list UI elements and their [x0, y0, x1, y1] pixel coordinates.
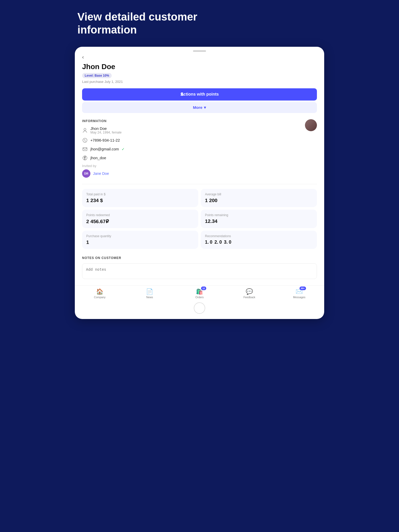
nav-news[interactable]: 📄 News: [142, 288, 157, 299]
more-label: More: [193, 105, 202, 110]
svg-rect-2: [83, 148, 87, 151]
info-customer-name: Jhon Doe: [90, 127, 122, 131]
nav-orders-label: Orders: [195, 296, 204, 299]
phone-row: +7896-934-11-22: [82, 137, 317, 143]
stat-points-remaining-value: 12.34: [205, 218, 313, 224]
stat-points-redeemed: Points redeemed 2 456.67₽: [82, 210, 198, 228]
home-indicator: [75, 300, 324, 314]
notes-section: NOTES ON CUSTOMER: [82, 256, 317, 280]
page-wrapper: View detailed customer information ‹ Jho…: [75, 10, 324, 319]
social-row: jhon_doe: [82, 155, 317, 161]
inviter-name[interactable]: Jane Doe: [93, 171, 109, 176]
avatar: [305, 119, 317, 131]
notes-input[interactable]: [82, 263, 317, 279]
stat-total-paid-label: Total paid in $: [86, 192, 194, 196]
actions-label: Actions with points: [181, 92, 219, 97]
nav-feedback[interactable]: 💬 Feedback: [242, 288, 257, 299]
stat-points-remaining-label: Points remaining: [205, 213, 313, 217]
stat-total-paid-value: 1 234 $: [86, 198, 194, 203]
news-icon: 📄: [146, 288, 153, 295]
email-icon: [82, 146, 88, 152]
info-dob: May 24, 1994, female: [90, 131, 122, 134]
notes-section-label: NOTES ON CUSTOMER: [82, 256, 317, 260]
phone-number: +7896-934-11-22: [90, 138, 120, 142]
back-button[interactable]: ‹: [82, 54, 84, 60]
page-title: View detailed customer information: [75, 10, 324, 36]
social-handle: jhon_doe: [90, 156, 106, 160]
stat-purchase-quantity-label: Purchase quantity: [86, 234, 194, 238]
stats-grid: Total paid in $ 1 234 $ Average bill 1 2…: [82, 189, 317, 249]
invited-label: Invited by: [82, 164, 317, 168]
more-button[interactable]: More ▾: [82, 102, 317, 113]
email-row: jhon@gmail.com ✓: [82, 146, 317, 152]
home-indicator-bar: [194, 302, 205, 314]
bottom-nav: 🏠 Company 📄 News 12 🛍️ Orders 💬 Feedback…: [75, 285, 324, 300]
feedback-icon: 💬: [246, 288, 253, 295]
chevron-down-icon: ▾: [204, 105, 206, 110]
inviter-row: DR Jane Doe: [82, 169, 317, 178]
stat-points-redeemed-value: 2 456.67₽: [86, 218, 194, 224]
last-purchase-date: Last purchase July 1, 2021: [82, 80, 317, 84]
email-address: jhon@gmail.com: [90, 147, 119, 151]
divider: [82, 184, 317, 184]
actions-with-points-button[interactable]: ⇅ Actions with points: [82, 88, 317, 101]
person-icon: [82, 128, 88, 133]
stat-recommendations-label: Recommendations: [205, 234, 313, 238]
stat-average-bill-label: Average bill: [205, 192, 313, 196]
phone-icon: [82, 137, 88, 143]
orders-badge: 12: [201, 287, 206, 290]
nav-messages-label: Messages: [293, 296, 305, 299]
drag-handle[interactable]: [75, 47, 324, 54]
stat-average-bill-value: 1 200: [205, 198, 313, 203]
invited-by-section: Invited by DR Jane Doe: [82, 164, 317, 178]
stat-recommendations-value: 1.0 2.0 3.0: [205, 240, 313, 245]
nav-messages[interactable]: 99+ ✉️ Messages: [291, 288, 307, 299]
stat-purchase-quantity-value: 1: [86, 240, 194, 245]
stat-purchase-quantity: Purchase quantity 1: [82, 231, 198, 249]
nav-company[interactable]: 🏠 Company: [92, 288, 108, 299]
nav-company-label: Company: [94, 296, 105, 299]
nav-orders[interactable]: 12 🛍️ Orders: [192, 288, 207, 299]
customer-name-row: Jhon Doe May 24, 1994, female: [82, 127, 317, 134]
stat-points-redeemed-label: Points redeemed: [86, 213, 194, 217]
level-badge: Level: Base 10%: [82, 73, 112, 78]
stat-average-bill: Average bill 1 200: [201, 189, 317, 207]
messages-badge: 99+: [300, 287, 306, 290]
inviter-avatar: DR: [82, 169, 90, 178]
stat-points-remaining: Points remaining 12.34: [201, 210, 317, 228]
nav-news-label: News: [146, 296, 153, 299]
stat-total-paid: Total paid in $ 1 234 $: [82, 189, 198, 207]
company-icon: 🏠: [96, 288, 103, 295]
svg-point-0: [84, 128, 86, 130]
facebook-icon: [82, 155, 88, 161]
verified-icon: ✓: [122, 147, 125, 151]
stat-recommendations: Recommendations 1.0 2.0 3.0: [201, 231, 317, 249]
info-section-label: INFORMATION: [82, 119, 317, 123]
information-section: INFORMATION Jhon Doe May 24, 1994, femal…: [82, 119, 317, 178]
main-card: ‹ Jhon Doe Level: Base 10% Last purchase…: [75, 47, 324, 319]
card-content: ‹ Jhon Doe Level: Base 10% Last purchase…: [75, 54, 324, 280]
customer-name: Jhon Doe: [82, 63, 317, 71]
nav-feedback-label: Feedback: [243, 296, 255, 299]
